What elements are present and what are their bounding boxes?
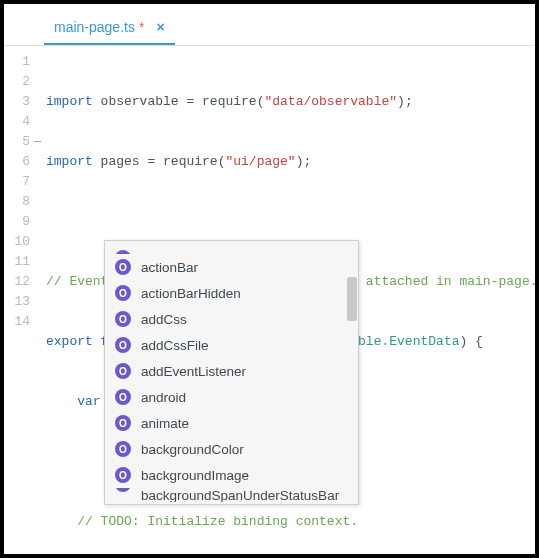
code-text: require (163, 154, 218, 169)
property-icon: O (115, 441, 131, 457)
property-icon: O (115, 415, 131, 431)
comment: // TODO: Initialize binding context. (46, 514, 358, 529)
keyword: export (46, 334, 93, 349)
tab-filename: main-page.ts (54, 19, 135, 35)
line-number: 5 (4, 132, 30, 152)
tab-bar: main-page.ts* × (4, 4, 535, 46)
code-text: ); (397, 94, 413, 109)
autocomplete-label: addCssFile (141, 338, 209, 353)
line-number: 11 (4, 252, 30, 272)
autocomplete-item[interactable]: O addEventListener (105, 358, 358, 384)
autocomplete-scrollbar[interactable] (346, 241, 358, 504)
dirty-indicator: * (139, 19, 144, 35)
property-icon: O (115, 311, 131, 327)
code-text: pages = (93, 154, 163, 169)
autocomplete-list: O O actionBar O actionBarHidden O addCss… (105, 241, 358, 504)
autocomplete-popup[interactable]: O O actionBar O actionBarHidden O addCss… (104, 240, 359, 505)
autocomplete-label: backgroundSpanUnderStatusBar (141, 488, 339, 502)
line-number: 6 (4, 152, 30, 172)
autocomplete-label: android (141, 390, 186, 405)
property-icon: O (115, 250, 131, 254)
autocomplete-item[interactable]: O actionBar (105, 254, 358, 280)
keyword: import (46, 154, 93, 169)
line-number: 13 (4, 292, 30, 312)
line-number: 10 (4, 232, 30, 252)
autocomplete-label: animate (141, 416, 189, 431)
autocomplete-item[interactable]: O (105, 241, 358, 254)
autocomplete-item[interactable]: O android (105, 384, 358, 410)
line-number: 3 (4, 92, 30, 112)
keyword: var (46, 394, 101, 409)
autocomplete-label: addEventListener (141, 364, 246, 379)
line-number: 8 (4, 192, 30, 212)
code-text: require (202, 94, 257, 109)
line-number: 12 (4, 272, 30, 292)
autocomplete-item[interactable]: O backgroundColor (105, 436, 358, 462)
close-icon[interactable]: × (156, 19, 164, 35)
line-gutter: 1 2 3 4 5 6 7 8 9 10 11 12 13 14 — (4, 46, 38, 554)
property-icon: O (115, 389, 131, 405)
line-number: 1 (4, 52, 30, 72)
autocomplete-label: actionBarHidden (141, 286, 241, 301)
property-icon: O (115, 363, 131, 379)
file-tab[interactable]: main-page.ts* × (44, 11, 175, 45)
line-number: 4 (4, 112, 30, 132)
string-literal: "ui/page" (225, 154, 295, 169)
autocomplete-item[interactable]: O addCssFile (105, 332, 358, 358)
scrollbar-thumb[interactable] (347, 277, 357, 321)
property-icon: O (115, 467, 131, 483)
keyword: import (46, 94, 93, 109)
property-icon: O (115, 337, 131, 353)
autocomplete-label: actionBar (141, 260, 198, 275)
line-number: 7 (4, 172, 30, 192)
property-icon: O (115, 285, 131, 301)
autocomplete-item[interactable]: O backgroundSpanUnderStatusBar (105, 488, 358, 502)
property-icon: O (115, 259, 131, 275)
property-icon: O (115, 488, 131, 492)
autocomplete-item[interactable]: O backgroundImage (105, 462, 358, 488)
line-number: 9 (4, 212, 30, 232)
autocomplete-item[interactable]: O animate (105, 410, 358, 436)
autocomplete-label: addCss (141, 312, 187, 327)
line-number: 2 (4, 72, 30, 92)
code-text: ) { (459, 334, 482, 349)
line-number: 14 (4, 312, 30, 332)
code-text: observable = (93, 94, 202, 109)
autocomplete-item[interactable]: O actionBarHidden (105, 280, 358, 306)
autocomplete-item[interactable]: O addCss (105, 306, 358, 332)
code-text: ); (296, 154, 312, 169)
string-literal: "data/observable" (264, 94, 397, 109)
autocomplete-label: backgroundColor (141, 442, 244, 457)
autocomplete-label: backgroundImage (141, 468, 249, 483)
